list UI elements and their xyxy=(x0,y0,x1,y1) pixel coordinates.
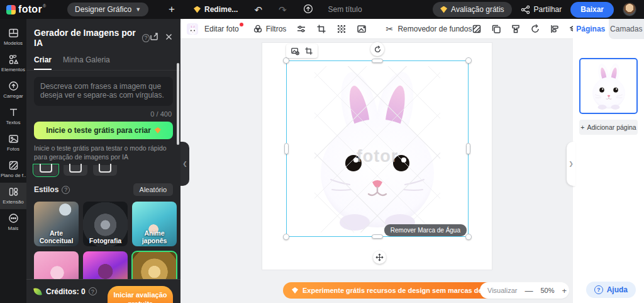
resize-handle-s[interactable] xyxy=(372,234,383,239)
resize-handle-e[interactable] xyxy=(466,143,470,154)
help-label: Ajuda xyxy=(607,285,628,294)
sidebar-item-fotos[interactable]: Fotos xyxy=(0,130,26,156)
panel-tabs: Criar Minha Galeria xyxy=(26,48,180,71)
sidebar-item-label: Modelos xyxy=(4,40,23,46)
sidebar-item-plano-de-fundo[interactable]: Plano de f... xyxy=(0,156,26,183)
preview-button[interactable]: Visualizar xyxy=(487,287,518,294)
aspect-ratio-option-1[interactable] xyxy=(34,165,58,176)
start-free-trial-button[interactable]: Iniciar avaliação gratuita xyxy=(108,286,173,303)
add-page-label: Adicionar página xyxy=(587,123,636,131)
new-design-button[interactable]: + xyxy=(169,3,175,16)
duplicate-icon[interactable] xyxy=(491,24,501,34)
fotor-app: fotor ® Designer Gráfico ▼ + Redime... ↶… xyxy=(0,0,644,303)
crop-icon[interactable] xyxy=(304,47,313,55)
resize-handle-ne[interactable] xyxy=(465,57,472,64)
tab-camadas[interactable]: Camadas xyxy=(609,19,644,39)
selection-box[interactable]: fotor Remover Marca de Água xyxy=(286,60,469,237)
more-icon xyxy=(8,213,19,224)
question-icon[interactable]: ? xyxy=(62,186,70,194)
document-title[interactable]: Sem título xyxy=(328,5,362,14)
pages-panel: Páginas Camadas + Adicionar página xyxy=(573,19,644,303)
sidebar-item-label: Carregar xyxy=(3,93,23,99)
download-button[interactable]: Baixar xyxy=(570,2,614,18)
sidebar-item-modelos[interactable]: Modelos xyxy=(0,24,26,50)
add-page-button[interactable]: + Adicionar página xyxy=(579,120,638,135)
panel-scrollbar[interactable] xyxy=(177,63,179,145)
bg-remover-button[interactable]: ✂ Removedor de fundos xyxy=(384,24,472,34)
crop-icon[interactable] xyxy=(316,24,326,34)
style-card-anime-japones[interactable]: Anime japonês xyxy=(132,202,177,246)
style-card-fotografia[interactable]: Fotografia xyxy=(83,202,128,246)
text-icon xyxy=(8,107,19,118)
tool-switcher[interactable]: Designer Gráfico ▼ xyxy=(67,3,148,16)
trial-label: Avaliação grátis xyxy=(451,5,504,14)
tab-criar[interactable]: Criar xyxy=(34,55,52,70)
edit-photo-button[interactable]: Editar foto xyxy=(204,25,239,33)
help-button[interactable]: ? Ajuda xyxy=(586,282,636,298)
style-card-arte-conceitual[interactable]: Arte Conceitual xyxy=(34,202,79,246)
sidebar-item-elementos[interactable]: Elementos xyxy=(0,50,26,77)
replace-image-icon[interactable] xyxy=(291,47,299,55)
share-button[interactable]: Partilhar xyxy=(521,5,562,14)
zoom-in-button[interactable]: + xyxy=(562,286,567,295)
question-icon: ? xyxy=(594,285,603,294)
plus-icon: + xyxy=(580,123,584,131)
remove-watermark-button[interactable]: Remover Marca de Água xyxy=(384,224,467,236)
resize-handle-n[interactable] xyxy=(372,59,383,63)
redeem-label: Redime... xyxy=(204,5,238,14)
templates-icon xyxy=(8,28,19,38)
format-painter-icon[interactable] xyxy=(511,24,521,34)
bg-remover-label: Removedor de fundos xyxy=(397,25,472,33)
avatar[interactable] xyxy=(623,3,636,16)
zoom-out-button[interactable]: — xyxy=(525,286,533,295)
sidebar-item-extensao[interactable]: Extensão xyxy=(0,183,26,209)
logo-text: fotor xyxy=(18,4,42,15)
notification-dot xyxy=(240,23,243,26)
question-icon[interactable]: ? xyxy=(89,287,97,295)
start-trial-create-button[interactable]: Inicie o teste grátis para criar xyxy=(34,122,173,139)
resize-handle-se[interactable] xyxy=(465,234,472,240)
upload-icon xyxy=(8,81,19,91)
tab-paginas[interactable]: Páginas xyxy=(573,19,609,39)
resize-handle-sw[interactable] xyxy=(283,234,289,240)
adjust-icon[interactable] xyxy=(296,24,306,34)
rabbit-image[interactable]: fotor xyxy=(314,66,440,232)
promo-button[interactable]: Experimente grátis recursos de design se… xyxy=(283,282,509,299)
random-style-button[interactable]: Aleatório xyxy=(133,183,173,196)
trial-button[interactable]: Avaliação grátis xyxy=(433,2,512,17)
resize-handle-w[interactable] xyxy=(284,143,289,154)
sidebar-item-carregar[interactable]: Carregar xyxy=(0,77,26,103)
fotor-logo[interactable]: fotor ® xyxy=(6,4,46,15)
page-thumbnail[interactable] xyxy=(579,58,638,114)
aspect-ratio-option-3[interactable] xyxy=(93,165,117,176)
cloud-upload-button[interactable] xyxy=(303,4,313,15)
rotate-icon[interactable] xyxy=(530,24,540,34)
prompt-input[interactable] xyxy=(34,77,173,106)
sidebar-item-mais[interactable]: Mais xyxy=(0,209,26,236)
move-handle-icon[interactable] xyxy=(373,251,386,264)
redeem-button[interactable]: Redime... xyxy=(194,5,238,14)
style-name: Arte Conceitual xyxy=(34,229,79,244)
rotate-handle-icon[interactable] xyxy=(370,42,384,56)
redo-button[interactable]: ↷ xyxy=(279,5,287,14)
undo-button[interactable]: ↶ xyxy=(254,5,262,14)
replace-image-icon[interactable] xyxy=(357,24,367,34)
sidebar-item-label: Mais xyxy=(8,226,19,231)
resize-handle-nw[interactable] xyxy=(283,57,289,64)
mosaic-icon[interactable] xyxy=(336,24,347,34)
collapse-right-panel-handle[interactable]: ❯ xyxy=(567,142,575,186)
export-icon[interactable] xyxy=(150,32,158,43)
transparency-icon[interactable] xyxy=(472,24,482,34)
aspect-ratio-option-2[interactable] xyxy=(64,165,87,176)
close-icon[interactable] xyxy=(165,32,173,43)
gem-icon xyxy=(292,287,298,294)
tab-minha-galeria[interactable]: Minha Galeria xyxy=(63,55,110,70)
tool-switcher-label: Designer Gráfico xyxy=(75,5,131,14)
sidebar-item-label: Plano de f... xyxy=(1,173,26,178)
sidebar-item-textos[interactable]: Textos xyxy=(0,103,26,130)
align-icon[interactable] xyxy=(550,24,560,34)
question-icon[interactable]: ? xyxy=(142,34,150,42)
zoom-controls: Visualizar — 50% + xyxy=(480,282,569,299)
filters-button[interactable]: Filtros xyxy=(253,24,287,34)
collapse-left-panel-handle[interactable]: ❮ xyxy=(180,142,189,186)
